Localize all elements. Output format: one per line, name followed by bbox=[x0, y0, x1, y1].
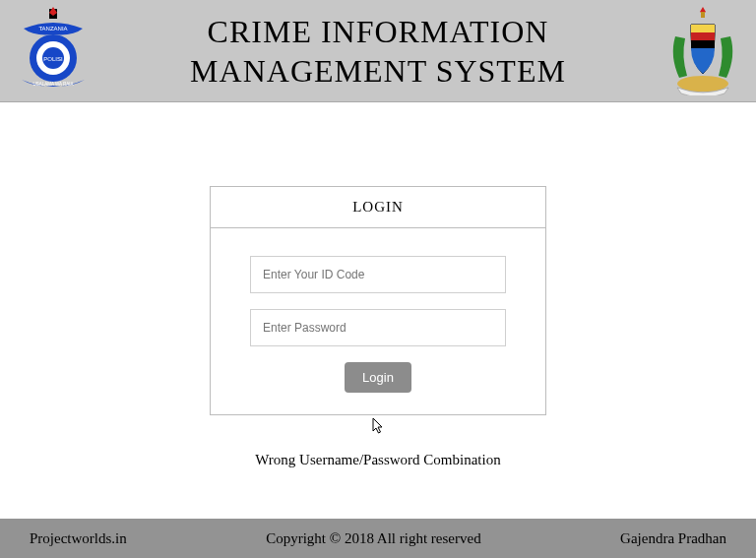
svg-rect-10 bbox=[691, 40, 715, 48]
svg-rect-7 bbox=[701, 12, 705, 18]
police-badge-icon: TANZANIA POLISI USALAMA WA RAIA bbox=[14, 7, 93, 95]
main-content: LOGIN Login Wrong Username/Password Comb… bbox=[0, 102, 756, 516]
footer-right: Gajendra Pradhan bbox=[620, 530, 726, 547]
login-form: Login bbox=[211, 228, 545, 414]
app-footer: Projectworlds.in Copyright © 2018 All ri… bbox=[0, 519, 756, 558]
footer-center: Copyright © 2018 All right reserved bbox=[266, 530, 480, 547]
footer-left: Projectworlds.in bbox=[30, 530, 127, 547]
app-title: CRIME INFORMATION MANAGEMENT SYSTEM bbox=[93, 12, 663, 91]
login-panel: LOGIN Login bbox=[210, 186, 546, 415]
svg-text:USALAMA WA RAIA: USALAMA WA RAIA bbox=[32, 82, 73, 87]
svg-point-11 bbox=[677, 76, 728, 92]
app-title-line1: CRIME INFORMATION bbox=[93, 12, 663, 51]
login-heading: LOGIN bbox=[211, 187, 545, 228]
id-code-input[interactable] bbox=[250, 256, 506, 293]
login-error-message: Wrong Username/Password Combination bbox=[255, 452, 500, 468]
svg-text:TANZANIA: TANZANIA bbox=[38, 26, 67, 31]
app-header: TANZANIA POLISI USALAMA WA RAIA CRIME IN… bbox=[0, 0, 756, 102]
password-input[interactable] bbox=[250, 309, 506, 346]
login-button[interactable]: Login bbox=[345, 362, 411, 393]
svg-rect-8 bbox=[691, 25, 715, 32]
svg-text:POLISI: POLISI bbox=[43, 56, 63, 62]
app-title-line2: MANAGEMENT SYSTEM bbox=[93, 51, 663, 91]
coat-of-arms-icon bbox=[663, 7, 742, 95]
cursor-icon bbox=[371, 417, 385, 438]
svg-rect-9 bbox=[691, 32, 715, 40]
